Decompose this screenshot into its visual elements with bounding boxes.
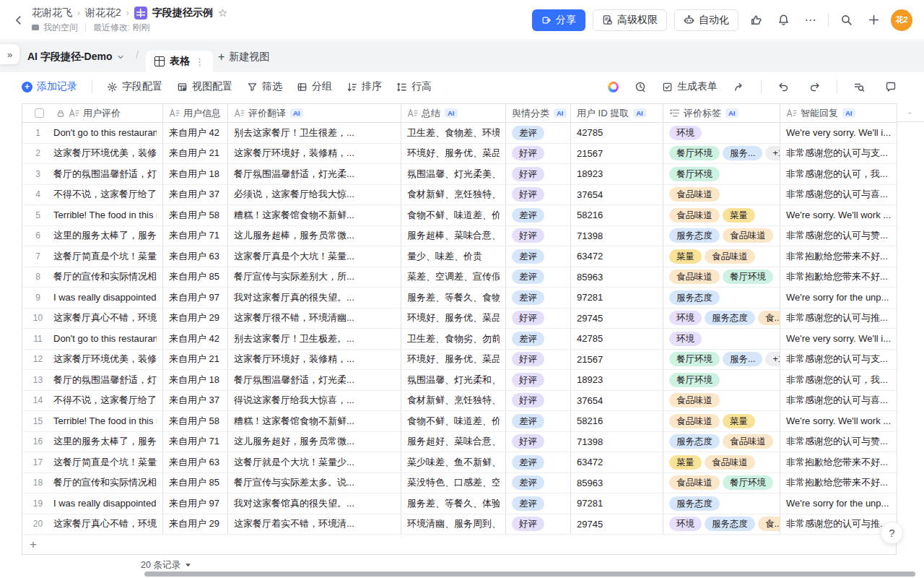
cell-tags[interactable]: 食品味道餐厅环境 — [663, 267, 780, 288]
cell-user-review[interactable]: 这里的服务太棒了，服务员总... — [53, 229, 157, 242]
cell-user-review[interactable]: 这家餐厅真心不错，环境清幽... — [53, 311, 157, 324]
tag-badge[interactable]: 餐厅环境 — [669, 373, 720, 387]
tag-badge[interactable]: 食品味道 — [705, 455, 755, 470]
redo-button[interactable] — [805, 77, 825, 97]
table-row[interactable]: 19I was really disappointed wit... 来自用户 … — [22, 493, 897, 514]
cell-summary[interactable]: 卫生差、食物差、环境脏 — [407, 126, 500, 139]
undo-button[interactable] — [773, 77, 793, 97]
cell-review-translation[interactable]: 别去这家餐厅！卫生极差。... — [234, 332, 354, 345]
cell-tags[interactable]: 食品味道菜量 — [663, 411, 780, 432]
tag-badge[interactable]: 食品味道 — [723, 228, 773, 243]
cell-summary[interactable]: 氛围温馨、灯光柔和、... — [407, 374, 500, 387]
cell-user-id[interactable]: 63472 — [577, 457, 603, 467]
cell-review-translation[interactable]: 餐厅宣传与实际差太多。说... — [234, 476, 354, 489]
table-row[interactable]: 20这家餐厅真心不错，环境清幽... 来自用户 29 7... 这家餐厅着实不错… — [22, 514, 897, 535]
cell-review-translation[interactable]: 这家餐厅环境好，装修精，... — [234, 147, 354, 160]
tag-badge[interactable]: 服务态度 — [669, 496, 720, 511]
generate-form-button[interactable]: 生成表单 — [662, 80, 718, 93]
cell-tags[interactable]: 食品味道餐厅环境 — [663, 473, 780, 494]
cell-summary[interactable]: 菜少味差、鱼不新鲜、... — [407, 456, 500, 469]
cell-review-translation[interactable]: 我对这家餐厅真的很失望。... — [234, 291, 354, 304]
tag-badge[interactable]: 食... — [758, 517, 780, 531]
sentiment-badge[interactable]: 好评 — [512, 373, 544, 387]
cell-user-id[interactable]: 37654 — [577, 189, 603, 200]
row-height-button[interactable]: 行高 — [396, 80, 432, 93]
tag-overflow-badge[interactable]: +1 — [765, 146, 780, 160]
view-config-button[interactable]: 视图配置 — [177, 80, 232, 93]
tag-badge[interactable]: 食品味道 — [669, 393, 720, 407]
cell-user-info[interactable]: 来自用户 18 92... — [169, 374, 222, 387]
space-label[interactable]: 我的空间 — [43, 22, 78, 34]
cell-user-id[interactable]: 71398 — [577, 230, 603, 241]
star-icon[interactable]: ☆ — [218, 7, 227, 20]
tag-badge[interactable]: 服务... — [723, 352, 762, 366]
cell-summary[interactable]: 环境清幽、服务周到、... — [407, 517, 500, 530]
cell-review-translation[interactable]: 我对这家餐馆真的很失望。... — [234, 497, 354, 510]
sentiment-badge[interactable]: 差评 — [512, 208, 544, 223]
cell-user-info[interactable]: 来自用户 21 56... — [169, 147, 222, 160]
cell-summary[interactable]: 食材新鲜、烹饪独特、... — [407, 394, 500, 407]
tag-badge[interactable]: 环境 — [669, 332, 702, 346]
sentiment-badge[interactable]: 差评 — [512, 269, 544, 284]
cell-review-translation[interactable]: 这家餐厅着实不错，环境清... — [234, 517, 354, 530]
cell-user-id[interactable]: 18923 — [577, 374, 603, 385]
sentiment-badge[interactable]: 好评 — [512, 352, 544, 366]
cell-user-info[interactable]: 来自用户 58 21... — [169, 209, 222, 222]
cell-user-review[interactable]: Don't go to this restaurant! ... — [53, 127, 157, 138]
cell-tags[interactable]: 服务态度 — [663, 288, 780, 309]
cell-summary[interactable]: 菜没特色、口感差、空... — [407, 476, 500, 489]
cell-user-id[interactable]: 63472 — [577, 251, 603, 262]
tag-badge[interactable]: 菜量 — [723, 208, 755, 223]
cell-smart-reply[interactable]: 非常感谢您的认可，我... — [786, 168, 888, 181]
cell-user-review[interactable]: I was really disappointed wit... — [53, 292, 157, 303]
sentiment-badge[interactable]: 好评 — [512, 393, 544, 407]
cell-user-id[interactable]: 37654 — [577, 395, 603, 406]
cell-user-info[interactable]: 来自用户 97 2... — [169, 291, 222, 304]
cell-smart-reply[interactable]: 非常感谢您的认可与喜... — [786, 394, 888, 407]
cell-summary[interactable]: 环境好、服务优、菜品佳 — [407, 311, 500, 324]
cell-user-id[interactable]: 97281 — [577, 292, 603, 303]
cell-review-translation[interactable]: 餐厅氛围温馨舒适，灯光柔... — [234, 374, 354, 387]
field-config-button[interactable]: 字段配置 — [107, 80, 162, 93]
cell-smart-reply[interactable]: 非常感谢您的认可与喜... — [786, 188, 888, 201]
cell-user-info[interactable]: 来自用户 71 39... — [169, 435, 222, 448]
breadcrumb-item[interactable]: 谢花花2 — [85, 7, 121, 20]
tag-badge[interactable]: 菜量 — [669, 455, 702, 470]
back-button[interactable] — [9, 10, 29, 30]
cell-summary[interactable]: 服务超好、菜味合意、... — [407, 435, 500, 448]
cell-review-translation[interactable]: 餐厅宣传与实际差别大，所... — [234, 270, 354, 283]
cell-tags[interactable]: 食品味道 — [663, 185, 780, 206]
column-header[interactable]: 用户信息 — [163, 104, 228, 123]
horizontal-scrollbar[interactable] — [144, 571, 915, 577]
tag-badge[interactable]: 食品味道 — [669, 208, 720, 223]
cell-tags[interactable]: 餐厅环境服务...+1 — [663, 350, 780, 371]
cell-user-review[interactable]: 这餐厅简直是个坑！菜量少得... — [53, 456, 157, 469]
cell-summary[interactable]: 服务差、等餐久、体验差 — [407, 497, 500, 510]
cell-summary[interactable]: 食物不鲜、味道差、价... — [407, 415, 500, 428]
sentiment-badge[interactable]: 差评 — [512, 126, 544, 140]
table-row[interactable]: 7这餐厅简直是个坑！菜量少得... 来自用户 63 4... 这家餐厅真是个大坑… — [22, 246, 897, 267]
cell-user-review[interactable]: Terrible! The food in this rest... — [53, 415, 157, 426]
tag-badge[interactable]: 食... — [758, 311, 780, 325]
sentiment-badge[interactable]: 好评 — [512, 146, 544, 160]
tag-badge[interactable]: 环境 — [669, 126, 702, 140]
tag-badge[interactable]: 食品味道 — [669, 475, 720, 490]
cell-smart-reply[interactable]: 非常感谢您的认可与支... — [786, 147, 888, 160]
tag-badge[interactable]: 菜量 — [669, 249, 702, 264]
table-row[interactable]: 14不得不说，这家餐厅给了我很... 来自用户 37 6... 得说这家餐厅给我… — [22, 391, 897, 412]
cell-user-review[interactable]: 这餐厅简直是个坑！菜量少得... — [53, 250, 157, 263]
sentiment-badge[interactable]: 好评 — [512, 311, 544, 325]
view-switcher[interactable]: AI 字段捷径-Demo — [27, 41, 125, 72]
table-row[interactable]: 10这家餐厅真心不错，环境清幽... 来自用户 29 7... 这家餐厅很不错，… — [22, 309, 897, 329]
cell-smart-reply[interactable]: 非常感谢您的认可与赞... — [786, 229, 888, 242]
create-new-button[interactable] — [863, 10, 884, 30]
cell-user-info[interactable]: 来自用户 29 7... — [169, 517, 222, 530]
cell-summary[interactable]: 环境好、服务优、菜品佳 — [407, 147, 500, 160]
automation-button[interactable]: 自动化 — [674, 9, 738, 31]
select-all-checkbox[interactable] — [35, 108, 44, 118]
cell-user-review[interactable]: 这里的服务太棒了，服务员总... — [53, 435, 157, 448]
tag-badge[interactable]: 菜量 — [723, 414, 755, 428]
tag-badge[interactable]: 食品味道 — [669, 269, 720, 284]
cell-user-review[interactable]: Don't go to this restaurant! ... — [53, 333, 157, 344]
sentiment-badge[interactable]: 差评 — [512, 475, 544, 490]
